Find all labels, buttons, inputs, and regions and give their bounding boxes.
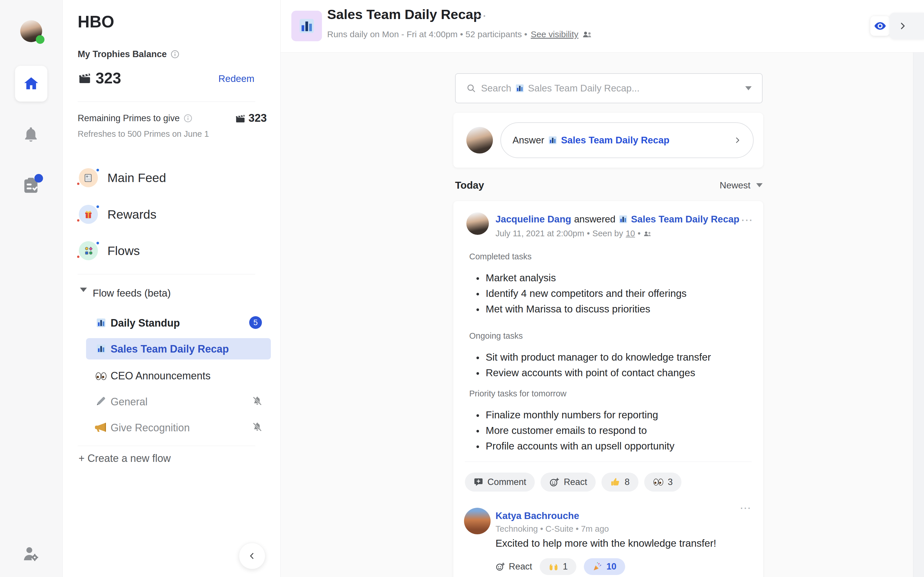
post-actions: Comment React bbox=[465, 472, 682, 492]
flow-feeds-collapse-toggle[interactable] bbox=[80, 292, 87, 297]
search-placeholder-flow: Sales Team Daily Recap... bbox=[528, 83, 640, 94]
sidebar-item-ceo-announcements[interactable]: CEO Announcements bbox=[111, 370, 210, 382]
comment-actions: React 1 bbox=[496, 558, 625, 575]
sidebar-item-general[interactable]: General bbox=[111, 396, 147, 408]
react-label: React bbox=[564, 477, 587, 487]
trophies-balance-row: My Trophies Balance bbox=[78, 49, 179, 60]
clapperboard-icon bbox=[78, 71, 92, 85]
muted-bell-icon[interactable] bbox=[252, 395, 263, 407]
bar-chart-icon bbox=[618, 214, 628, 224]
task-item: Review accounts with point of contact ch… bbox=[477, 367, 695, 379]
party-popper-icon bbox=[593, 562, 603, 572]
tasks-clipboard-icon bbox=[22, 176, 40, 195]
comment-react-button[interactable]: React bbox=[496, 561, 532, 572]
seen-by-label: Seen by bbox=[593, 229, 623, 238]
reaction-count: 3 bbox=[668, 477, 673, 487]
search-input[interactable]: Search Sales Team Daily Recap... bbox=[481, 83, 640, 94]
react-button[interactable]: React bbox=[541, 472, 596, 492]
notifications-button[interactable] bbox=[22, 126, 40, 143]
search-bar[interactable]: Search Sales Team Daily Recap... bbox=[455, 73, 762, 103]
reaction-count: 1 bbox=[563, 561, 568, 572]
open-right-panel-tab[interactable] bbox=[889, 13, 924, 39]
post-flow-link[interactable]: Sales Team Daily Recap bbox=[631, 214, 739, 225]
post-author-link[interactable]: Jacqueline Dang bbox=[496, 214, 571, 225]
muted-bell-icon[interactable] bbox=[252, 421, 263, 433]
section-label: Priority tasks for tomorrow bbox=[469, 389, 567, 398]
search-filter-dropdown-icon[interactable] bbox=[745, 86, 752, 90]
comment-button[interactable]: Comment bbox=[465, 472, 535, 492]
comment-reaction-party-popper[interactable]: 10 bbox=[584, 558, 625, 575]
answer-flow-name: Sales Team Daily Recap bbox=[561, 135, 669, 146]
sort-dropdown[interactable]: Newest bbox=[720, 180, 762, 191]
separator-dot: • bbox=[638, 229, 640, 238]
bar-chart-icon bbox=[95, 343, 107, 354]
remaining-primes-label: Remaining Primes to give bbox=[78, 113, 179, 124]
answer-flow-button[interactable]: Answer Sales Team Daily Recap bbox=[501, 122, 754, 158]
pencil-icon bbox=[95, 396, 106, 407]
reaction-count: 8 bbox=[625, 477, 630, 487]
comment-more-menu[interactable]: ··· bbox=[740, 503, 752, 513]
collapsed-right-panel[interactable] bbox=[913, 53, 924, 577]
preview-mode-button[interactable] bbox=[870, 16, 890, 36]
divider bbox=[78, 274, 255, 274]
comment-reaction-raised-hands[interactable]: 1 bbox=[540, 558, 576, 575]
sidebar-item-main-feed[interactable]: Main Feed bbox=[107, 171, 166, 185]
flow-subtitle: Runs daily on Mon - Fri at 4:00pm • 52 p… bbox=[327, 29, 592, 39]
task-item: Market analysis bbox=[477, 272, 556, 284]
seen-count-link[interactable]: 10 bbox=[626, 229, 635, 238]
reaction-thumbs-up[interactable]: 8 bbox=[601, 472, 638, 492]
post-action-text: answered bbox=[574, 214, 615, 225]
reaction-eyes[interactable]: 3 bbox=[644, 472, 682, 492]
sidebar-item-flows[interactable]: Flows bbox=[107, 244, 140, 258]
comment-plus-icon bbox=[473, 477, 483, 487]
comment-label: Comment bbox=[488, 477, 526, 487]
user-avatar[interactable] bbox=[20, 20, 42, 42]
chevron-down-icon bbox=[756, 183, 762, 187]
tasks-button[interactable] bbox=[22, 176, 40, 195]
comment-author-avatar[interactable] bbox=[464, 508, 491, 534]
flows-icon bbox=[79, 241, 98, 260]
megaphone-icon bbox=[94, 421, 107, 434]
post-card: Jacqueline Dang answered Sales Team Dail… bbox=[453, 201, 763, 577]
collapse-sidebar-button[interactable] bbox=[239, 543, 265, 569]
bar-chart-icon bbox=[95, 318, 107, 328]
chevron-down-icon bbox=[80, 288, 87, 297]
redeem-link[interactable]: Redeem bbox=[218, 73, 254, 84]
sidebar-item-sales-team-daily-recap[interactable]: Sales Team Daily Recap bbox=[86, 338, 271, 359]
reaction-count: 10 bbox=[606, 561, 616, 572]
feed-toolbar: Today Newest bbox=[455, 179, 762, 191]
task-item: Finalize monthly numbers for reporting bbox=[477, 409, 658, 421]
flow-schedule-text: Runs daily on Mon - Fri at 4:00pm • 52 p… bbox=[327, 29, 527, 39]
sidebar-item-give-recognition[interactable]: Give Recognition bbox=[111, 422, 190, 434]
bar-chart-icon bbox=[298, 17, 316, 35]
date-header: Today bbox=[455, 179, 484, 191]
create-flow-button[interactable]: + Create a new flow bbox=[79, 452, 171, 464]
flow-feeds-header: Flow feeds (beta) bbox=[93, 287, 171, 299]
flow-more-menu[interactable]: ··· bbox=[475, 10, 487, 22]
trophies-balance-value: 323 bbox=[95, 69, 121, 87]
tasks-notification-dot bbox=[34, 174, 43, 183]
divider bbox=[78, 102, 255, 102]
task-item: Sit with product manager to do knowledge… bbox=[477, 351, 711, 363]
info-icon[interactable] bbox=[184, 114, 192, 122]
see-visibility-link[interactable]: See visibility bbox=[531, 29, 578, 39]
sidebar-item-rewards[interactable]: Rewards bbox=[107, 208, 157, 222]
sort-value: Newest bbox=[720, 180, 750, 191]
bar-chart-icon bbox=[515, 83, 525, 93]
react-label: React bbox=[509, 561, 532, 572]
comment-text: Excited to help more with the knowledge … bbox=[496, 537, 716, 549]
post-author-avatar[interactable] bbox=[466, 212, 489, 235]
answer-prefix: Answer bbox=[512, 135, 544, 146]
sidebar-item-daily-standup[interactable]: Daily Standup bbox=[111, 317, 180, 329]
account-settings-button[interactable] bbox=[21, 544, 40, 563]
chevron-left-icon bbox=[248, 551, 257, 560]
comment-author-link[interactable]: Katya Bachrouche bbox=[496, 510, 579, 521]
search-icon bbox=[466, 83, 477, 93]
post-more-menu[interactable]: ··· bbox=[741, 215, 753, 226]
chevron-right-icon bbox=[898, 21, 907, 31]
remaining-primes-value: 323 bbox=[249, 112, 267, 124]
primes-refresh-note: Refreshes to 500 Primes on June 1 bbox=[78, 129, 209, 139]
home-button[interactable] bbox=[15, 66, 47, 102]
separator-dot: • bbox=[587, 229, 590, 238]
info-icon[interactable] bbox=[171, 50, 179, 58]
